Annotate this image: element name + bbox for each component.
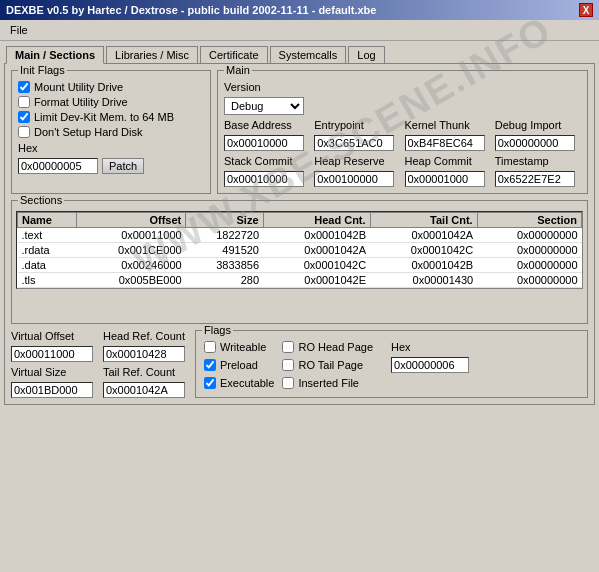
cell-size: 491520	[186, 243, 263, 258]
bottom-row: Virtual Offset Head Ref. Count Virtual S…	[11, 330, 588, 398]
col-size: Size	[186, 213, 263, 228]
virtual-offset-field: Virtual Offset	[11, 330, 93, 362]
executable-checkbox[interactable]	[204, 377, 216, 389]
cell-head-cnt: 0x0001042C	[263, 258, 370, 273]
tab-certificate[interactable]: Certificate	[200, 46, 268, 64]
kernel-thunk-label: Kernel Thunk	[405, 119, 491, 131]
cell-offset: 0x001CE000	[77, 243, 186, 258]
heap-commit-input[interactable]	[405, 171, 485, 187]
cell-section: 0x00000000	[477, 228, 581, 243]
version-select[interactable]: Debug Release	[224, 97, 304, 115]
flags-inner: Writeable Preload Executable RO Head Pag…	[204, 341, 579, 392]
cb-ro-tail[interactable]: RO Tail Page	[282, 359, 373, 371]
dont-setup-checkbox[interactable]	[18, 126, 30, 138]
cell-size: 1822720	[186, 228, 263, 243]
cell-tail-cnt: 0x0001042C	[370, 243, 477, 258]
tab-libraries-misc[interactable]: Libraries / Misc	[106, 46, 198, 64]
cb-writeable[interactable]: Writeable	[204, 341, 274, 353]
flags-hex-label: Hex	[391, 341, 469, 353]
checkbox-format-utility[interactable]: Format Utility Drive	[18, 96, 204, 108]
cell-tail-cnt: 0x0001042B	[370, 258, 477, 273]
virtual-size-label: Virtual Size	[11, 366, 93, 378]
col-name: Name	[18, 213, 77, 228]
menu-bar: File	[0, 20, 599, 41]
virtual-offset-input[interactable]	[11, 346, 93, 362]
cell-name: .rdata	[18, 243, 77, 258]
inserted-checkbox[interactable]	[282, 377, 294, 389]
tail-ref-input[interactable]	[103, 382, 185, 398]
timestamp-input[interactable]	[495, 171, 575, 187]
table-row[interactable]: .data 0x00246000 3833856 0x0001042C 0x00…	[18, 258, 582, 273]
heap-commit-label: Heap Commit	[405, 155, 491, 167]
cb-ro-head[interactable]: RO Head Page	[282, 341, 373, 353]
mount-utility-checkbox[interactable]	[18, 81, 30, 93]
tab-systemcalls[interactable]: Systemcalls	[270, 46, 347, 64]
main-content: WWW.XBE-SCENE.INFO Init Flags Mount Util…	[4, 63, 595, 405]
format-utility-checkbox[interactable]	[18, 96, 30, 108]
checkbox-mount-utility[interactable]: Mount Utility Drive	[18, 81, 204, 93]
cell-size: 3833856	[186, 258, 263, 273]
virtual-size-field: Virtual Size	[11, 366, 93, 398]
col-head-cnt: Head Cnt.	[263, 213, 370, 228]
sections-group: Sections Name Offset Size Head Cnt. Tail…	[11, 200, 588, 324]
base-address-input[interactable]	[224, 135, 304, 151]
cell-offset: 0x00011000	[77, 228, 186, 243]
entrypoint-input[interactable]	[314, 135, 394, 151]
table-row[interactable]: .text 0x00011000 1822720 0x0001042B 0x00…	[18, 228, 582, 243]
checkbox-limit-devkit[interactable]: Limit Dev-Kit Mem. to 64 MB	[18, 111, 204, 123]
flags-title: Flags	[202, 324, 233, 336]
virtual-offset-label: Virtual Offset	[11, 330, 93, 342]
flags-hex-field: Hex	[391, 341, 469, 373]
cell-head-cnt: 0x0001042A	[263, 243, 370, 258]
head-ref-label: Head Ref. Count	[103, 330, 185, 342]
flags-hex-input[interactable]	[391, 357, 469, 373]
version-label: Version	[224, 81, 581, 93]
checkbox-dont-setup[interactable]: Don't Setup Hard Disk	[18, 126, 204, 138]
limit-devkit-checkbox[interactable]	[18, 111, 30, 123]
tabs-bar: Main / Sections Libraries / Misc Certifi…	[0, 41, 599, 63]
table-row[interactable]: .rdata 0x001CE000 491520 0x0001042A 0x00…	[18, 243, 582, 258]
stack-commit-input[interactable]	[224, 171, 304, 187]
head-ref-field: Head Ref. Count	[103, 330, 185, 362]
heap-reserve-input[interactable]	[314, 171, 394, 187]
cell-section: 0x00000000	[477, 243, 581, 258]
cb-inserted[interactable]: Inserted File	[282, 377, 373, 389]
flags-group: Flags Writeable Preload Executable	[195, 330, 588, 398]
virtual-size-input[interactable]	[11, 382, 93, 398]
ro-head-checkbox[interactable]	[282, 341, 294, 353]
cb-executable[interactable]: Executable	[204, 377, 274, 389]
stack-commit-label: Stack Commit	[224, 155, 310, 167]
sections-title: Sections	[18, 194, 64, 206]
col-section: Section	[477, 213, 581, 228]
bottom-left-fields: Virtual Offset Head Ref. Count Virtual S…	[11, 330, 185, 398]
patch-button[interactable]: Patch	[102, 158, 144, 174]
close-button[interactable]: X	[579, 3, 593, 17]
debug-import-input[interactable]	[495, 135, 575, 151]
base-address-label: Base Address	[224, 119, 310, 131]
cell-head-cnt: 0x0001042E	[263, 273, 370, 288]
sections-table-container: Name Offset Size Head Cnt. Tail Cnt. Sec…	[16, 211, 583, 289]
writeable-checkbox[interactable]	[204, 341, 216, 353]
main-title: Main	[224, 64, 252, 76]
hex-input[interactable]	[18, 158, 98, 174]
kernel-thunk-input[interactable]	[405, 135, 485, 151]
tail-ref-field: Tail Ref. Count	[103, 366, 185, 398]
cell-offset: 0x005BE000	[77, 273, 186, 288]
title-bar-text: DEXBE v0.5 by Hartec / Dextrose - public…	[6, 4, 376, 16]
init-flags-title: Init Flags	[18, 64, 67, 76]
entrypoint-label: Entrypoint	[314, 119, 400, 131]
table-row[interactable]: .tls 0x005BE000 280 0x0001042E 0x0000143…	[18, 273, 582, 288]
col-tail-cnt: Tail Cnt.	[370, 213, 477, 228]
cb-preload[interactable]: Preload	[204, 359, 274, 371]
menu-file[interactable]: File	[4, 22, 34, 38]
main-group: Main Version Debug Release Base Address …	[217, 70, 588, 194]
col-offset: Offset	[77, 213, 186, 228]
head-ref-input[interactable]	[103, 346, 185, 362]
cell-tail-cnt: 0x00001430	[370, 273, 477, 288]
tab-log[interactable]: Log	[348, 46, 384, 64]
ro-tail-checkbox[interactable]	[282, 359, 294, 371]
tab-main-sections[interactable]: Main / Sections	[6, 46, 104, 64]
heap-reserve-label: Heap Reserve	[314, 155, 400, 167]
cell-section: 0x00000000	[477, 258, 581, 273]
preload-checkbox[interactable]	[204, 359, 216, 371]
